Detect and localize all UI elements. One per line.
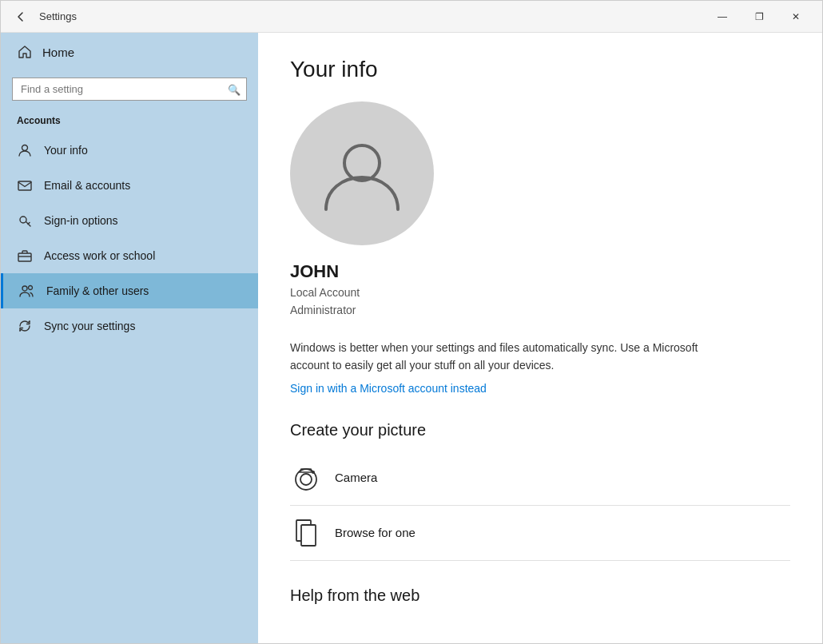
search-input[interactable]: [12, 78, 247, 101]
divider-1: [290, 505, 790, 506]
search-icon: 🔍: [228, 83, 241, 95]
main-content: Your info JOHN Local Account Administrat…: [258, 33, 822, 643]
camera-option[interactable]: Camera: [290, 454, 790, 502]
sync-icon: [17, 318, 33, 334]
sidebar-item-family-label: Family & other users: [46, 284, 149, 297]
search-container: 🔍: [1, 71, 258, 110]
sidebar-item-family[interactable]: Family & other users: [1, 273, 258, 308]
sync-description: Windows is better when your settings and…: [290, 339, 706, 375]
sidebar-item-email-label: Email & accounts: [44, 179, 130, 192]
user-account-type: Local Account: [290, 284, 790, 301]
sidebar-section-label: Accounts: [1, 110, 258, 133]
svg-rect-1: [18, 181, 31, 190]
camera-icon: [290, 462, 322, 494]
email-icon: [17, 177, 33, 193]
ms-signin-link[interactable]: Sign in with a Microsoft account instead: [290, 382, 487, 395]
svg-point-5: [29, 286, 33, 290]
create-picture-title: Create your picture: [290, 421, 790, 439]
home-icon: [17, 44, 33, 60]
svg-point-4: [22, 286, 27, 291]
camera-label: Camera: [335, 471, 377, 484]
sidebar-item-your-info[interactable]: Your info: [1, 133, 258, 168]
people-icon: [19, 283, 35, 299]
browse-label: Browse for one: [335, 526, 415, 539]
sidebar-item-sign-in[interactable]: Sign-in options: [1, 203, 258, 238]
key-icon: [17, 213, 33, 229]
user-name: JOHN: [290, 261, 790, 282]
home-label: Home: [42, 46, 74, 59]
settings-window: Settings — ❐ ✕ Home 🔍: [0, 0, 823, 644]
svg-point-2: [20, 217, 26, 223]
sidebar-item-sync[interactable]: Sync your settings: [1, 308, 258, 344]
minimize-button[interactable]: —: [704, 1, 741, 33]
titlebar: Settings — ❐ ✕: [1, 1, 822, 33]
window-controls: — ❐ ✕: [704, 1, 814, 33]
avatar: [290, 101, 434, 245]
svg-point-0: [22, 145, 28, 151]
sidebar-item-email-accounts[interactable]: Email & accounts: [1, 168, 258, 203]
close-button[interactable]: ✕: [777, 1, 814, 33]
avatar-section: [290, 101, 790, 245]
help-title: Help from the web: [290, 586, 790, 605]
svg-rect-3: [18, 253, 31, 261]
svg-rect-11: [301, 525, 316, 546]
person-icon: [17, 142, 33, 158]
back-button[interactable]: [9, 5, 33, 29]
maximize-button[interactable]: ❐: [741, 1, 777, 33]
browse-option[interactable]: Browse for one: [290, 509, 790, 557]
user-details: JOHN Local Account Administrator: [290, 261, 790, 320]
sidebar-item-your-info-label: Your info: [44, 144, 88, 157]
sidebar-item-home[interactable]: Home: [1, 33, 258, 71]
page-title: Your info: [290, 57, 790, 82]
app-content: Home 🔍 Accounts Your info: [1, 33, 822, 643]
svg-point-6: [344, 145, 380, 181]
window-title: Settings: [39, 10, 77, 22]
svg-point-9: [312, 471, 315, 474]
user-role: Administrator: [290, 301, 790, 319]
sidebar-item-signin-label: Sign-in options: [44, 214, 118, 227]
sidebar-item-access-work[interactable]: Access work or school: [1, 238, 258, 273]
briefcase-icon: [17, 248, 33, 264]
divider-2: [290, 560, 790, 561]
svg-point-8: [300, 474, 312, 485]
sidebar-item-sync-label: Sync your settings: [44, 320, 135, 332]
sidebar: Home 🔍 Accounts Your info: [1, 33, 258, 643]
sidebar-item-access-label: Access work or school: [44, 249, 155, 262]
browse-icon: [290, 517, 322, 549]
